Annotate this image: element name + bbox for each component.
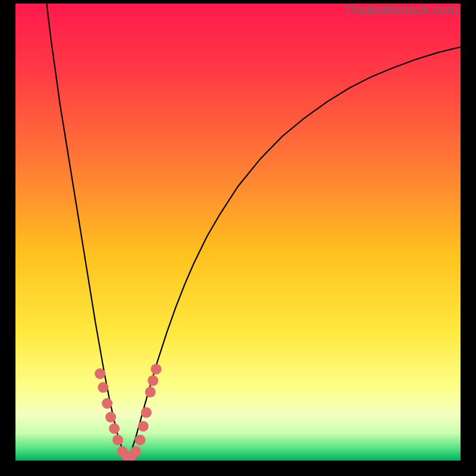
chart-svg bbox=[15, 4, 461, 461]
gradient-background bbox=[15, 4, 461, 461]
plot-area bbox=[15, 4, 461, 461]
highlight-dot bbox=[138, 421, 149, 431]
highlight-dot bbox=[148, 375, 158, 386]
highlight-dot bbox=[109, 423, 120, 434]
chart-frame: TheBottleneck.com bbox=[0, 0, 476, 476]
highlight-dot bbox=[98, 382, 108, 393]
highlight-dot bbox=[105, 412, 116, 422]
highlight-dot bbox=[95, 368, 105, 379]
highlight-dot bbox=[130, 446, 141, 457]
highlight-dot bbox=[141, 407, 152, 418]
highlight-dot bbox=[134, 434, 145, 445]
highlight-dot bbox=[151, 364, 161, 374]
highlight-dot bbox=[102, 398, 112, 409]
highlight-dot bbox=[112, 434, 123, 445]
highlight-dot bbox=[145, 387, 156, 397]
watermark-text: TheBottleneck.com bbox=[344, 2, 458, 18]
